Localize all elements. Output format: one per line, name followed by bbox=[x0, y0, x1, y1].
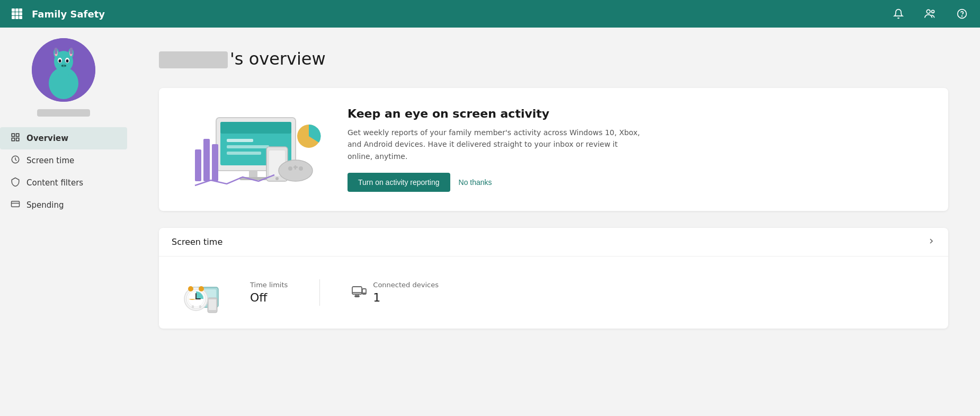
shield-icon bbox=[11, 177, 20, 189]
spending-label: Spending bbox=[26, 200, 64, 210]
no-thanks-button[interactable]: No thanks bbox=[459, 178, 492, 187]
help-button[interactable] bbox=[952, 4, 972, 23]
screen-time-clock-illustration bbox=[176, 271, 218, 314]
svg-point-51 bbox=[279, 160, 313, 181]
svg-rect-21 bbox=[55, 48, 57, 54]
activity-text: Keep an eye on screen activity Get weekl… bbox=[348, 107, 923, 192]
page-title-suffix: 's overview bbox=[230, 49, 326, 69]
svg-rect-47 bbox=[212, 144, 218, 181]
clock-icon bbox=[11, 155, 20, 166]
page-title: 's overview bbox=[159, 49, 948, 69]
svg-rect-60 bbox=[209, 299, 216, 310]
activity-actions: Turn on activity reporting No thanks bbox=[348, 173, 923, 192]
svg-point-10 bbox=[932, 10, 934, 13]
username-blur bbox=[37, 109, 90, 117]
sidebar-item-screen-time[interactable]: Screen time bbox=[0, 149, 127, 172]
activity-reporting-card: Keep an eye on screen activity Get weekl… bbox=[159, 88, 948, 211]
svg-rect-3 bbox=[12, 12, 15, 15]
main-content: 's overview bbox=[127, 28, 980, 416]
svg-rect-1 bbox=[15, 8, 19, 12]
connected-devices-info: Connected devices 1 bbox=[373, 281, 439, 304]
svg-point-52 bbox=[288, 166, 292, 171]
vertical-divider bbox=[319, 279, 320, 306]
notification-button[interactable] bbox=[889, 4, 908, 23]
nav-list: Overview Screen time Content filters bbox=[0, 127, 127, 216]
svg-rect-7 bbox=[15, 16, 19, 19]
svg-rect-6 bbox=[12, 16, 15, 19]
svg-rect-30 bbox=[12, 134, 14, 136]
svg-rect-45 bbox=[195, 149, 201, 181]
svg-rect-31 bbox=[16, 134, 19, 136]
svg-point-67 bbox=[188, 286, 193, 291]
overview-label: Overview bbox=[26, 134, 68, 143]
svg-point-53 bbox=[299, 166, 303, 171]
svg-rect-8 bbox=[19, 16, 22, 19]
svg-rect-41 bbox=[227, 145, 269, 148]
screen-time-nav-label: Screen time bbox=[26, 156, 74, 165]
sidebar: Overview Screen time Content filters bbox=[0, 28, 127, 416]
grid-icon[interactable] bbox=[8, 5, 25, 22]
activity-description: Get weekly reports of your family member… bbox=[348, 127, 644, 162]
svg-point-50 bbox=[275, 177, 279, 180]
topbar-action-icons bbox=[889, 4, 972, 23]
time-limits-section: Time limits Off bbox=[250, 281, 288, 304]
svg-rect-35 bbox=[12, 201, 20, 207]
connected-devices-section: Connected devices 1 bbox=[352, 281, 439, 304]
svg-point-29 bbox=[64, 65, 66, 67]
svg-point-9 bbox=[926, 10, 930, 13]
svg-point-25 bbox=[59, 59, 61, 63]
topbar: Family Safety bbox=[0, 0, 980, 28]
people-button[interactable] bbox=[921, 4, 940, 23]
svg-rect-40 bbox=[227, 139, 253, 142]
svg-rect-39 bbox=[220, 122, 291, 134]
main-layout: Overview Screen time Content filters bbox=[0, 28, 980, 416]
devices-icon bbox=[352, 285, 367, 300]
time-limits-value: Off bbox=[250, 291, 288, 304]
svg-rect-74 bbox=[355, 296, 359, 297]
svg-rect-5 bbox=[19, 12, 22, 15]
screen-time-header[interactable]: Screen time bbox=[159, 228, 948, 256]
svg-point-26 bbox=[66, 59, 69, 63]
sidebar-item-content-filters[interactable]: Content filters bbox=[0, 172, 127, 194]
chevron-right-icon bbox=[927, 236, 936, 247]
content-filters-label: Content filters bbox=[26, 178, 83, 188]
svg-rect-42 bbox=[227, 152, 261, 155]
svg-rect-43 bbox=[249, 171, 257, 178]
activity-illustration bbox=[184, 107, 322, 192]
svg-point-28 bbox=[61, 65, 64, 67]
svg-rect-22 bbox=[70, 48, 73, 54]
avatar bbox=[32, 38, 95, 102]
sidebar-item-spending[interactable]: Spending bbox=[0, 194, 127, 216]
overview-icon bbox=[11, 132, 20, 144]
screen-time-title: Screen time bbox=[172, 237, 222, 247]
svg-rect-32 bbox=[12, 138, 14, 141]
svg-rect-0 bbox=[12, 8, 15, 12]
time-limits-label: Time limits bbox=[250, 281, 288, 289]
svg-point-68 bbox=[199, 286, 204, 291]
activity-heading: Keep an eye on screen activity bbox=[348, 107, 923, 120]
svg-rect-33 bbox=[16, 138, 19, 141]
screen-time-body: Time limits Off bbox=[159, 256, 948, 329]
svg-rect-2 bbox=[19, 8, 22, 12]
screen-time-card: Screen time bbox=[159, 228, 948, 329]
app-title: Family Safety bbox=[32, 8, 889, 20]
connected-devices-value: 1 bbox=[373, 291, 439, 304]
svg-rect-55 bbox=[295, 165, 296, 170]
svg-rect-4 bbox=[15, 12, 19, 15]
svg-rect-69 bbox=[192, 305, 194, 308]
username-title-blur bbox=[159, 51, 228, 68]
svg-rect-70 bbox=[199, 305, 201, 308]
connected-devices-label: Connected devices bbox=[373, 281, 439, 289]
svg-rect-71 bbox=[352, 287, 362, 294]
sidebar-item-overview[interactable]: Overview bbox=[0, 127, 127, 149]
turn-on-activity-reporting-button[interactable]: Turn on activity reporting bbox=[348, 173, 450, 192]
spending-icon bbox=[11, 199, 20, 211]
svg-rect-46 bbox=[203, 139, 210, 181]
